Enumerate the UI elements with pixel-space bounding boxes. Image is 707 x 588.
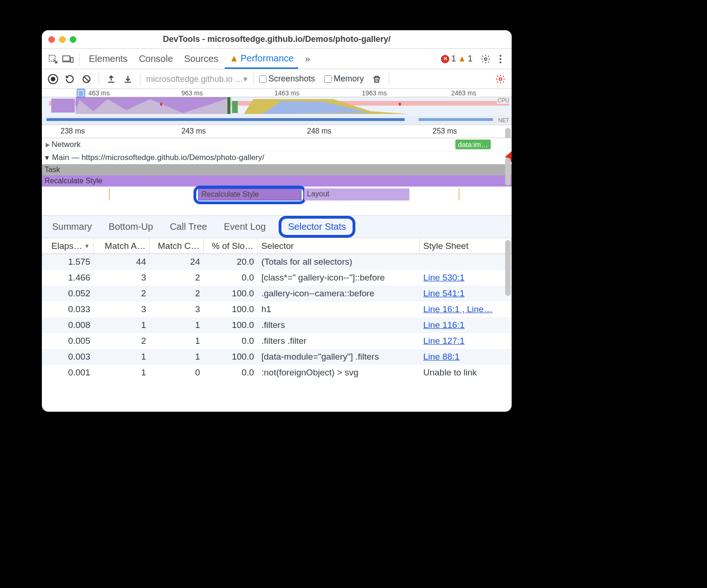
- stylesheet-link[interactable]: Line 16:1 , Line…: [423, 304, 493, 314]
- tab-sources[interactable]: Sources: [180, 49, 223, 69]
- error-count: 1: [451, 54, 456, 64]
- collapse-icon[interactable]: ▶: [46, 141, 50, 148]
- status-badges: 1 ▲ 1: [441, 54, 473, 64]
- table-row[interactable]: 0.03333100.0h1Line 16:1 , Line…: [42, 301, 512, 317]
- tab-event-log[interactable]: Event Log: [220, 220, 269, 234]
- inspect-icon[interactable]: [47, 53, 60, 66]
- flame-chart[interactable]: 238 ms 243 ms 248 ms 253 ms ▶ Network da…: [42, 125, 512, 216]
- main-tabs: Elements Console Sources ▲ Performance »…: [42, 49, 512, 69]
- tab-performance[interactable]: ▲ Performance: [225, 49, 298, 69]
- overview-tick: 963 ms: [181, 89, 203, 97]
- stylesheet-link[interactable]: Line 116:1: [423, 320, 465, 330]
- stylesheet-link[interactable]: Line 127:1: [423, 336, 465, 346]
- col-match-count[interactable]: Match C…: [150, 238, 204, 254]
- svg-rect-3: [71, 57, 73, 62]
- tab-call-tree[interactable]: Call Tree: [166, 220, 211, 234]
- network-label: Network: [52, 140, 80, 149]
- overview-tick: 1463 ms: [274, 89, 300, 97]
- details-tabs: Summary Bottom-Up Call Tree Event Log Se…: [42, 216, 512, 238]
- task-bar[interactable]: Task: [42, 164, 512, 175]
- titlebar: DevTools - microsoftedge.github.io/Demos…: [42, 30, 512, 49]
- thin-bar[interactable]: [109, 188, 110, 200]
- tab-summary[interactable]: Summary: [48, 220, 96, 234]
- svg-point-10: [499, 78, 502, 80]
- thin-bar[interactable]: [459, 188, 460, 200]
- table-row[interactable]: 1.466320.0[class*=" gallery-icon--"]::be…: [42, 270, 512, 286]
- table-header: Elaps…▼ Match A… Match C… % of Slo… Sele…: [42, 238, 512, 254]
- tab-selector-stats[interactable]: Selector Stats: [279, 216, 355, 238]
- svg-line-9: [84, 77, 89, 81]
- table-row[interactable]: 0.001100.0:not(foreignObject) > svgUnabl…: [42, 365, 512, 381]
- recording-selector[interactable]: microsoftedge.github.io …▾: [146, 74, 247, 84]
- cpu-label: CPU: [497, 97, 510, 104]
- flame-tick: 253 ms: [433, 127, 457, 135]
- stylesheet-link[interactable]: Line 88:1: [423, 352, 460, 362]
- error-icon[interactable]: [441, 55, 449, 63]
- recalculate-style-bar-selected[interactable]: Recalculate Style: [198, 188, 301, 200]
- flame-tick: 238 ms: [60, 127, 85, 135]
- col-match-attempts[interactable]: Match A…: [94, 238, 150, 254]
- svg-point-6: [500, 58, 501, 60]
- overview-tick: 2463 ms: [451, 89, 476, 97]
- tab-more[interactable]: »: [300, 49, 314, 69]
- table-row[interactable]: 0.05222100.0.gallery-icon--camera::befor…: [42, 286, 512, 301]
- tab-bottom-up[interactable]: Bottom-Up: [105, 220, 157, 234]
- svg-rect-12: [51, 99, 75, 113]
- timeline-handle[interactable]: |||: [77, 89, 85, 97]
- tab-console[interactable]: Console: [134, 49, 177, 69]
- main-label: Main — https://microsoftedge.github.io/D…: [52, 153, 264, 162]
- memory-checkbox[interactable]: Memory: [324, 74, 364, 84]
- stylesheet-link[interactable]: Line 541:1: [423, 288, 465, 299]
- flame-tick: 243 ms: [181, 127, 206, 135]
- main-track-header[interactable]: ▼ Main — https://microsoftedge.github.io…: [42, 151, 512, 164]
- svg-rect-15: [227, 97, 230, 114]
- clear-button[interactable]: [80, 73, 93, 86]
- table-row[interactable]: 0.005210.0.filters .filterLine 127:1: [42, 333, 512, 349]
- trash-icon[interactable]: [370, 73, 383, 86]
- stylesheet-link[interactable]: Line 530:1: [423, 273, 465, 283]
- scrollbar-thumb[interactable]: [505, 240, 511, 296]
- selector-stats-table: Elaps…▼ Match A… Match C… % of Slo… Sele…: [42, 238, 512, 412]
- record-button[interactable]: [47, 73, 60, 86]
- settings-gear-icon[interactable]: [479, 53, 492, 66]
- tab-performance-label: Performance: [240, 53, 294, 64]
- warning-triangle-icon[interactable]: ▲: [458, 54, 466, 64]
- reload-button[interactable]: [63, 73, 76, 86]
- net-graph: NET: [42, 116, 512, 125]
- recalculate-style-bar[interactable]: Recalculate Style: [42, 175, 512, 187]
- overview-tick: 1963 ms: [362, 89, 387, 97]
- svg-point-4: [484, 58, 487, 60]
- table-body: 1.575442420.0(Totals for all selectors)1…: [42, 254, 512, 381]
- main-track[interactable]: Task Recalculate Style Recalculate Style…: [42, 164, 512, 204]
- scrollbar-thumb[interactable]: [505, 158, 511, 186]
- svg-rect-16: [399, 103, 401, 106]
- window-title: DevTools - microsoftedge.github.io/Demos…: [42, 34, 512, 44]
- overview-timeline[interactable]: ||| 463 ms 963 ms 1463 ms 1963 ms 2463 m…: [42, 89, 512, 125]
- performance-toolbar: microsoftedge.github.io …▾ Screenshots M…: [42, 69, 512, 89]
- col-selector[interactable]: Selector: [258, 238, 420, 254]
- network-track[interactable]: ▶ Network data:im…: [42, 138, 512, 151]
- svg-rect-17: [160, 103, 162, 106]
- svg-point-5: [500, 55, 501, 57]
- device-toggle-icon[interactable]: [61, 53, 74, 66]
- col-style-sheet[interactable]: Style Sheet: [420, 238, 512, 254]
- devtools-window: DevTools - microsoftedge.github.io/Demos…: [42, 30, 512, 412]
- svg-rect-1: [63, 56, 70, 61]
- kebab-menu-icon[interactable]: [494, 53, 507, 66]
- col-percent-slow[interactable]: % of Slo…: [204, 238, 258, 254]
- screenshots-checkbox[interactable]: Screenshots: [259, 74, 315, 84]
- warning-icon: ▲: [229, 53, 239, 64]
- tab-elements[interactable]: Elements: [84, 49, 132, 69]
- cpu-graph: CPU: [42, 97, 512, 114]
- network-resource-chip[interactable]: data:im…: [455, 140, 491, 149]
- expand-icon[interactable]: ▼: [44, 154, 50, 161]
- capture-settings-icon[interactable]: [494, 73, 507, 86]
- table-row[interactable]: 1.575442420.0(Totals for all selectors): [42, 254, 512, 270]
- layout-bar[interactable]: Layout: [304, 188, 409, 200]
- table-row[interactable]: 0.00811100.0.filtersLine 116:1: [42, 317, 512, 333]
- upload-button[interactable]: [105, 73, 118, 86]
- download-button[interactable]: [121, 73, 134, 86]
- table-row[interactable]: 0.00311100.0[data-module="gallery"] .fil…: [42, 349, 512, 365]
- overview-tick: 463 ms: [88, 89, 110, 97]
- col-elapsed[interactable]: Elaps…▼: [42, 238, 94, 254]
